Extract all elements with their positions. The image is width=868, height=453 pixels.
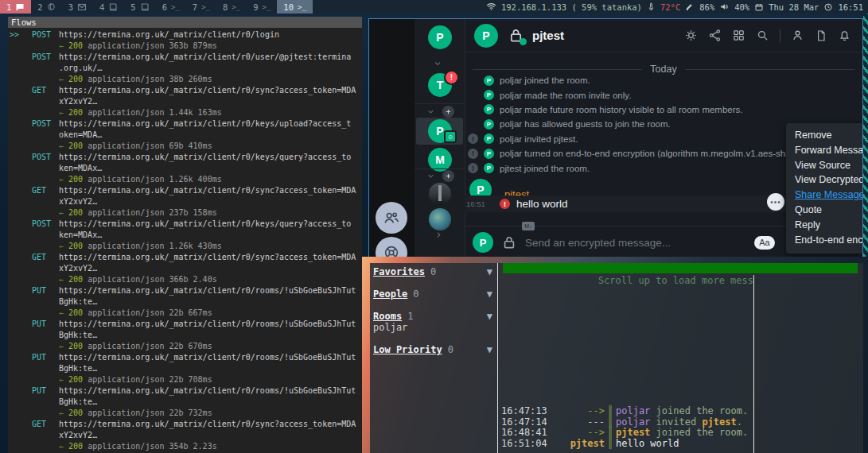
workspace-3[interactable]: 3 xyxy=(62,0,93,14)
log-row: 16:48:41-->║pjtest joined the room. xyxy=(501,428,863,439)
workspace-4[interactable]: 4 xyxy=(93,0,124,14)
collapse-triangle-icon[interactable]: ▼ xyxy=(487,288,492,300)
event-text: poljar joined the room. xyxy=(500,76,590,85)
workspace-6[interactable]: 6>_ xyxy=(156,0,186,14)
event-avatar: P xyxy=(484,163,494,173)
flow-row[interactable]: POSThttps://termina.org.uk/_matrix/clien… xyxy=(8,152,362,163)
log-bar: ║ xyxy=(605,417,616,428)
markdown-toggle[interactable]: M↓ xyxy=(522,222,535,230)
workspace-2[interactable]: 2 xyxy=(31,0,61,14)
message-context-menu: RemoveForward MessageView SourceView Dec… xyxy=(786,123,862,254)
flow-row[interactable]: GEThttps://termina.org.uk/_matrix/client… xyxy=(8,252,362,263)
notifications-bell-icon[interactable] xyxy=(838,29,851,42)
members-icon[interactable] xyxy=(791,29,804,42)
flow-row[interactable]: POSThttps://termina.org.uk/_matrix/clien… xyxy=(8,52,362,63)
files-icon[interactable] xyxy=(815,29,827,42)
format-button[interactable]: Aa xyxy=(754,236,775,250)
log-bar: ║ xyxy=(605,406,616,417)
log-row: 16:47:14---║poljar invited pjtest. xyxy=(501,417,863,428)
section-rooms[interactable]: Rooms1▼ xyxy=(373,311,492,322)
workspace-9[interactable]: 9>_ xyxy=(247,0,277,14)
collapse-triangle-icon[interactable]: ▼ xyxy=(487,344,492,355)
section-low-priority[interactable]: Low Priority0▼ xyxy=(373,344,492,355)
flow-row[interactable]: PUThttps://termina.org.uk/_matrix/client… xyxy=(8,285,362,296)
composer-avatar[interactable]: P xyxy=(473,232,493,253)
workspace-10[interactable]: 10>_ xyxy=(277,0,313,14)
message-input[interactable]: Send an encrypted message... xyxy=(525,237,671,249)
menu-item-view-decrypted-s[interactable]: View Decrypted S xyxy=(786,172,862,188)
apps-grid-icon[interactable] xyxy=(732,29,745,42)
flow-row[interactable]: PUThttps://termina.org.uk/_matrix/client… xyxy=(8,385,362,397)
flow-row[interactable]: POSThttps://termina.org.uk/_matrix/clien… xyxy=(8,219,362,230)
workspace-7[interactable]: 7>_ xyxy=(186,0,216,14)
unverified-warning-icon: ! xyxy=(500,199,510,209)
chevron-right-icon[interactable] xyxy=(434,230,443,239)
collapse-triangle-icon[interactable]: ▼ xyxy=(487,311,492,322)
user-avatar[interactable]: P xyxy=(428,25,452,49)
flow-marker xyxy=(8,118,32,130)
divider xyxy=(780,29,780,43)
flow-method: PUT xyxy=(32,319,59,330)
volume: 40% xyxy=(734,2,749,12)
calendar-icon xyxy=(754,2,764,12)
members-button[interactable] xyxy=(376,202,407,234)
warning-icon: ! xyxy=(468,163,478,173)
add-room-button[interactable] xyxy=(442,106,454,118)
desktop: 123456>_7>_8>_9>_10>_ 192.168.1.133 ( 59… xyxy=(0,0,868,453)
flow-url: BgHk:te… xyxy=(59,296,362,308)
flow-method: GET xyxy=(32,419,59,430)
workspace-8[interactable]: 8>_ xyxy=(216,0,247,14)
message-options-button[interactable]: ••• xyxy=(767,193,784,211)
room-item[interactable]: poljar xyxy=(373,322,407,333)
gomuks-window[interactable]: Favorites0▼People0▼Rooms1▼poljarLow Prio… xyxy=(370,263,863,453)
section-count: 0 xyxy=(430,266,436,277)
section-people[interactable]: People0▼ xyxy=(373,288,492,300)
flow-response: ← 200 application/json 22b 708ms xyxy=(8,374,362,385)
flow-row[interactable]: GEThttps://termina.org.uk/_matrix/client… xyxy=(8,185,362,196)
room-avatar[interactable]: P xyxy=(474,24,498,48)
menu-item-reply[interactable]: Reply xyxy=(786,218,862,233)
element-window[interactable]: P T ! P ☺ M P xyxy=(368,18,863,258)
divider xyxy=(415,103,465,104)
menu-item-share-message[interactable]: Share Message xyxy=(786,188,862,203)
menu-item-quote[interactable]: Quote xyxy=(786,203,862,218)
room-avatar-globe[interactable] xyxy=(429,208,451,230)
menu-item-remove[interactable]: Remove xyxy=(786,128,862,143)
message-timestamp: 16:51 xyxy=(466,199,488,208)
menu-item-end-to-end-encry[interactable]: End-to-end encry xyxy=(786,233,862,248)
log-row: 16:47:13-->║poljar joined the room. xyxy=(501,406,863,417)
flow-row[interactable]: POSThttps://termina.org.uk/_matrix/clien… xyxy=(8,118,362,130)
chevron-down-icon[interactable] xyxy=(433,59,442,68)
flow-row[interactable]: >>POSThttps://termina.org.uk/_matrix/cli… xyxy=(8,29,362,41)
mitmproxy-window[interactable]: Flows >>POSThttps://termina.org.uk/_matr… xyxy=(8,17,362,453)
room-avatar-tower[interactable] xyxy=(429,183,451,205)
add-room-button[interactable] xyxy=(442,170,454,182)
workspace-number: 1 xyxy=(6,2,11,12)
share-icon[interactable] xyxy=(708,29,722,42)
flow-row-wrap: xY2xvY2… xyxy=(8,263,362,274)
section-favorites[interactable]: Favorites0▼ xyxy=(373,266,492,277)
room-header: P pjtest xyxy=(465,19,862,52)
workspace-number: 10 xyxy=(283,2,294,12)
flow-marker xyxy=(8,52,32,63)
flow-row[interactable]: GEThttps://termina.org.uk/_matrix/client… xyxy=(8,85,362,96)
flow-response-text: ← 200 application/json 1.26k 400ms xyxy=(59,174,362,185)
event-avatar: P xyxy=(484,90,494,100)
flow-url: xY2xvY2… xyxy=(59,430,362,441)
flow-row[interactable]: PUThttps://termina.org.uk/_matrix/client… xyxy=(8,319,362,330)
chevron-down-icon[interactable] xyxy=(426,107,435,116)
flow-row[interactable]: PUThttps://termina.org.uk/_matrix/client… xyxy=(8,352,362,363)
explore-button[interactable] xyxy=(376,237,407,258)
flow-row-wrap: xY2xvY2… xyxy=(8,96,362,107)
flow-row[interactable]: GEThttps://termina.org.uk/_matrix/client… xyxy=(8,419,362,430)
workspace-1[interactable]: 1 xyxy=(0,0,31,14)
settings-gear-icon[interactable] xyxy=(684,29,698,42)
menu-item-forward-message[interactable]: Forward Message xyxy=(786,143,862,158)
flow-response: ← 200 application/json 1.44k 163ms xyxy=(8,107,362,118)
menu-item-view-source[interactable]: View Source xyxy=(786,158,862,173)
search-icon[interactable] xyxy=(756,29,769,42)
warning-icon: ! xyxy=(468,149,478,159)
collapse-triangle-icon[interactable]: ▼ xyxy=(487,266,492,277)
workspace-5[interactable]: 5 xyxy=(124,0,155,14)
chevron-down-icon[interactable] xyxy=(426,172,435,180)
